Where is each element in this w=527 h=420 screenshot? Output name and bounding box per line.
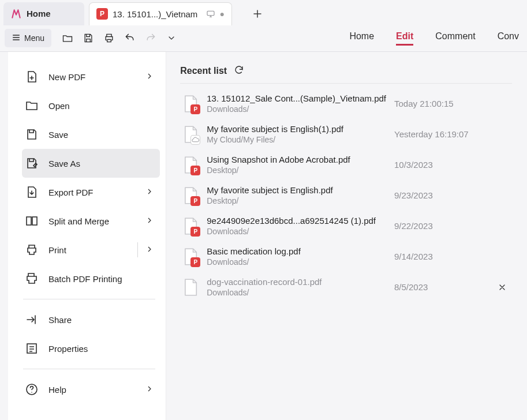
file-icon: P [182,217,199,235]
file-info: My favorite subject is English.pdfDeskto… [207,185,386,205]
tab-document[interactable]: P 13. 15101...)_Vietnam ● [89,2,232,25]
export-pdf-icon [24,185,39,200]
file-date: 9/23/2023 [394,190,487,200]
menu-new-pdf[interactable]: New PDF [22,62,160,91]
tab-home[interactable]: Home [3,2,84,25]
ribbon-tab-home[interactable]: Home [349,31,374,46]
file-menu-panel: New PDF Open Save Save As [8,52,166,420]
svg-rect-2 [32,217,37,225]
recent-list-item[interactable]: PBasic medication log.pdfDownloads/9/14/… [180,241,512,272]
menu-help[interactable]: Help [22,375,160,404]
main-area: New PDF Open Save Save As [0,52,527,420]
batch-print-icon [24,271,39,286]
menu-label: New PDF [48,72,85,82]
file-name: 13. 151012_Sale Cont...(Sample)_Vietnam.… [207,93,386,103]
pdf-badge-icon: P [190,196,200,206]
file-icon [182,125,199,144]
recent-list-title: Recent list [180,66,227,76]
row-close-button[interactable] [495,283,510,292]
recent-list-item[interactable]: P9e244909e2e13d6bcd...a692514245 (1).pdf… [180,211,512,241]
menu-save[interactable]: Save [22,120,160,149]
menu-label: Batch PDF Printing [48,274,122,284]
save-icon[interactable] [81,31,95,45]
file-path: Downloads/ [207,227,386,236]
file-path: Desktop/ [207,196,386,205]
split-merge-icon [24,213,39,228]
chevron-right-icon [145,245,154,256]
file-icon: P [182,95,199,113]
recent-list-header: Recent list [180,65,512,84]
menu-share[interactable]: Share [22,305,160,334]
menu-label: Share [48,315,72,325]
file-date: 9/22/2023 [394,221,487,231]
pdf-badge-icon: P [96,8,108,20]
pdf-badge-icon: P [190,166,200,175]
recent-list-item[interactable]: My favorite subject is English(1).pdfMy … [180,119,512,149]
printer-icon [24,242,39,257]
file-name: 9e244909e2e13d6bcd...a692514245 (1).pdf [207,216,386,226]
menu-export-pdf[interactable]: Export PDF [22,178,160,207]
file-icon [182,278,199,297]
pdf-badge-icon: P [190,257,200,267]
file-path: Downloads/ [207,288,386,297]
file-path: My Cloud/My Files/ [207,135,386,144]
file-path: Downloads/ [207,104,386,114]
svg-rect-1 [27,217,31,225]
menu-save-as[interactable]: Save As [22,149,160,178]
file-path: Downloads/ [207,257,386,267]
chevron-right-icon [145,72,154,82]
ribbon-tab-edit[interactable]: Edit [396,31,413,46]
menu-open[interactable]: Open [22,91,160,120]
tab-home-label: Home [27,9,51,18]
file-icon: P [182,156,199,174]
recent-list-item[interactable]: PUsing Snapshot in Adobe Acrobat.pdfDesk… [180,149,512,180]
chevron-right-icon [145,384,154,395]
menu-split-merge[interactable]: Split and Merge [22,207,160,235]
redo-icon[interactable] [144,31,158,45]
chevron-right-icon [145,187,154,198]
menu-label: Save [48,130,68,140]
ribbon-toolbar: Menu Home Edit Comment Conv [0,25,527,52]
refresh-icon[interactable] [234,65,244,77]
menu-print[interactable]: Print [22,235,160,264]
vertical-separator [137,242,138,257]
file-info: Using Snapshot in Adobe Acrobat.pdfDeskt… [207,155,386,175]
file-info: dog-vaccination-record-01.pdfDownloads/ [207,277,386,297]
ribbon-tab-convert[interactable]: Conv [498,31,519,46]
cloud-badge-icon [190,135,200,145]
file-name: My favorite subject is English.pdf [207,185,386,195]
file-date: 10/3/2023 [394,160,487,170]
recent-list-item[interactable]: dog-vaccination-record-01.pdfDownloads/8… [180,272,512,302]
help-icon [24,382,39,397]
menu-batch-print[interactable]: Batch PDF Printing [22,264,160,293]
undo-icon[interactable] [123,31,137,45]
print-icon[interactable] [102,31,116,45]
recent-list-item[interactable]: P13. 151012_Sale Cont...(Sample)_Vietnam… [180,88,512,119]
menu-divider [23,299,155,299]
share-icon [24,312,39,327]
ribbon-tab-comment[interactable]: Comment [435,31,475,46]
open-folder-icon [24,98,39,113]
recent-list-item[interactable]: PMy favorite subject is English.pdfDeskt… [180,180,512,211]
save-as-icon [24,156,39,171]
menu-label: Help [48,385,66,395]
menu-label: Export PDF [48,187,94,197]
menu-properties[interactable]: Properties [22,334,160,363]
menu-button[interactable]: Menu [5,29,51,47]
file-date: 8/5/2023 [394,282,487,292]
file-info: 9e244909e2e13d6bcd...a692514245 (1).pdfD… [207,216,386,236]
menu-divider [23,369,155,369]
menu-label: Print [48,245,66,255]
menu-label: Properties [48,344,88,354]
menu-label: Split and Merge [48,216,109,226]
tab-unsaved-dot-icon: ● [220,9,225,18]
open-icon[interactable] [61,31,74,45]
window-tab-strip: Home P 13. 15101...)_Vietnam ● [0,0,527,25]
file-name: dog-vaccination-record-01.pdf [207,277,386,287]
new-tab-button[interactable] [246,2,269,25]
file-info: 13. 151012_Sale Cont...(Sample)_Vietnam.… [207,93,386,114]
toolbar-dropdown-icon[interactable] [165,31,178,45]
pdf-badge-icon: P [190,227,200,237]
file-info: My favorite subject is English(1).pdfMy … [207,124,386,144]
hamburger-icon [12,33,21,44]
